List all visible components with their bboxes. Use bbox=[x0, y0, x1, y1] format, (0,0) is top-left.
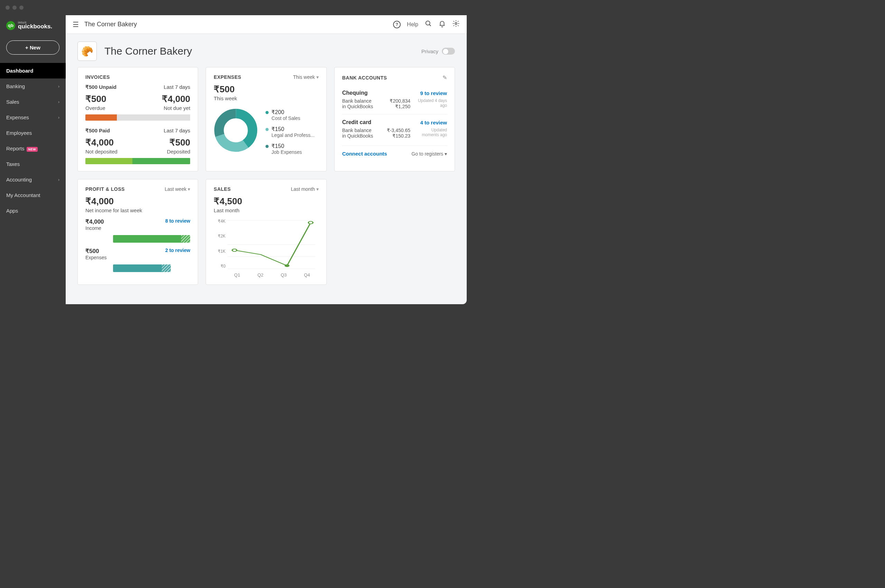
svg-point-2 bbox=[455, 22, 457, 24]
bank-review-link[interactable]: 9 to review bbox=[420, 90, 447, 96]
pl-income-review-link[interactable]: 8 to review bbox=[165, 218, 190, 224]
legend-label: Cost of Sales bbox=[272, 116, 300, 121]
sidebar-item-accounting[interactable]: Accounting› bbox=[0, 172, 66, 188]
pl-expense-amount: ₹500 bbox=[86, 248, 99, 254]
pl-income-label: Income bbox=[86, 225, 190, 231]
window-dot[interactable] bbox=[20, 6, 24, 10]
window-titlebar bbox=[0, 0, 467, 15]
menu-icon[interactable]: ☰ bbox=[73, 20, 79, 29]
search-icon[interactable] bbox=[424, 20, 432, 29]
invoices-card: INVOICES ₹500 Unpaid Last 7 days ₹500 Ov… bbox=[77, 67, 198, 171]
invoices-paid-bar bbox=[86, 158, 190, 164]
sidebar-item-sales[interactable]: Sales› bbox=[0, 94, 66, 110]
legend-item: ₹150Job Expenses bbox=[266, 143, 318, 155]
sidebar-item-label: Dashboard bbox=[6, 68, 33, 74]
bank-accounts-card: BANK ACCOUNTS ✎ Chequing9 to reviewBank … bbox=[334, 67, 455, 171]
pl-net-label: Net income for last week bbox=[86, 207, 190, 213]
sidebar-item-employees[interactable]: Employees bbox=[0, 125, 66, 141]
window-dot[interactable] bbox=[6, 6, 10, 10]
expenses-title: EXPENSES bbox=[214, 74, 241, 80]
sidebar-item-label: Accounting bbox=[6, 177, 32, 183]
bank-title: BANK ACCOUNTS bbox=[342, 75, 387, 81]
pl-expense-review-link[interactable]: 2 to review bbox=[165, 248, 190, 253]
sidebar-item-label: My Accountant bbox=[6, 192, 40, 198]
bank-account-name: Chequing bbox=[342, 90, 368, 96]
settings-icon[interactable] bbox=[452, 20, 460, 29]
privacy-toggle[interactable] bbox=[442, 48, 455, 55]
svg-point-9 bbox=[285, 264, 290, 267]
sales-total-amount: ₹4,500 bbox=[214, 196, 318, 207]
y-tick: ₹1K bbox=[214, 249, 225, 254]
legend-label: Legal and Profess... bbox=[272, 132, 315, 138]
sales-total-label: Last month bbox=[214, 207, 318, 213]
invoices-notdue-amount: ₹4,000 bbox=[162, 94, 190, 104]
invoices-notdep-label: Not deposited bbox=[86, 148, 117, 154]
sidebar-item-expenses[interactable]: Expenses› bbox=[0, 110, 66, 125]
privacy-label: Privacy bbox=[422, 48, 438, 54]
window-dot[interactable] bbox=[12, 6, 16, 10]
profit-loss-card: PROFIT & LOSS Last week ₹4,000 Net incom… bbox=[77, 179, 198, 285]
pl-income-bar bbox=[113, 235, 190, 243]
pl-income-amount: ₹4,000 bbox=[86, 219, 104, 225]
y-tick: ₹0 bbox=[214, 264, 225, 268]
legend-item: ₹150Legal and Profess... bbox=[266, 126, 318, 138]
page-header: 🥐 The Corner Bakery Privacy bbox=[66, 34, 467, 67]
help-label[interactable]: Help bbox=[407, 21, 418, 28]
invoices-paid-summary: ₹500 Paid bbox=[86, 128, 110, 134]
sidebar-item-reports[interactable]: ReportsNEW bbox=[0, 141, 66, 156]
invoices-paid-period: Last 7 days bbox=[164, 128, 190, 134]
pl-period-dropdown[interactable]: Last week bbox=[165, 186, 190, 192]
sidebar-item-apps[interactable]: Apps bbox=[0, 203, 66, 219]
bank-qb-label: in QuickBooks bbox=[342, 104, 373, 109]
y-tick: ₹4K bbox=[214, 219, 225, 224]
expenses-period-dropdown[interactable]: This week bbox=[293, 74, 319, 80]
goto-registers-dropdown[interactable]: Go to registers bbox=[411, 151, 447, 157]
legend-item: ₹200Cost of Sales bbox=[266, 109, 318, 121]
bank-qb-label: in QuickBooks bbox=[342, 133, 373, 139]
sidebar-item-banking[interactable]: Banking› bbox=[0, 78, 66, 94]
edit-icon[interactable]: ✎ bbox=[442, 74, 447, 81]
business-avatar[interactable]: 🥐 bbox=[77, 42, 97, 61]
sidebar-item-my-accountant[interactable]: My Accountant bbox=[0, 188, 66, 203]
chevron-right-icon: › bbox=[58, 177, 60, 182]
sidebar-item-dashboard[interactable]: Dashboard bbox=[0, 63, 66, 78]
sales-title: SALES bbox=[214, 186, 231, 192]
page-title: The Corner Bakery bbox=[104, 45, 192, 57]
sales-line-chart: ₹4K₹2K₹1K₹0 Q1Q2Q bbox=[214, 219, 318, 278]
brand-logo: qb intuit quickbooks. bbox=[0, 18, 66, 37]
bank-balance-label: Bank balance bbox=[342, 98, 373, 104]
bank-balance-label: Bank balance bbox=[342, 128, 373, 133]
x-tick: Q3 bbox=[281, 272, 286, 278]
bank-balance-value: ₹-3,450.65 bbox=[387, 128, 410, 133]
expenses-total-amount: ₹500 bbox=[214, 84, 318, 95]
pl-net-amount: ₹4,000 bbox=[86, 196, 190, 207]
sidebar-item-taxes[interactable]: Taxes bbox=[0, 156, 66, 172]
invoices-overdue-amount: ₹500 bbox=[86, 94, 106, 104]
sidebar-item-label: Expenses bbox=[6, 114, 29, 120]
notifications-icon[interactable] bbox=[438, 20, 446, 29]
sidebar-item-label: Taxes bbox=[6, 161, 20, 167]
svg-point-7 bbox=[224, 118, 248, 142]
expenses-card: EXPENSES This week ₹500 This week bbox=[206, 67, 326, 171]
brand-name: quickbooks. bbox=[18, 23, 52, 30]
invoices-overdue-label: Overdue bbox=[86, 105, 106, 111]
sidebar: qb intuit quickbooks. + New DashboardBan… bbox=[0, 15, 66, 304]
sidebar-item-label: Employees bbox=[6, 130, 32, 136]
new-button[interactable]: + New bbox=[6, 40, 60, 55]
svg-line-1 bbox=[429, 24, 431, 26]
legend-amount: ₹150 bbox=[272, 126, 315, 132]
chevron-right-icon: › bbox=[58, 115, 60, 120]
bank-updated-note: Updated moments ago bbox=[416, 128, 447, 139]
connect-accounts-link[interactable]: Connect accounts bbox=[342, 151, 387, 157]
x-tick: Q1 bbox=[234, 272, 240, 278]
help-icon[interactable]: ? bbox=[393, 21, 400, 28]
legend-dot-icon bbox=[266, 128, 268, 131]
legend-dot-icon bbox=[266, 145, 268, 148]
svg-point-10 bbox=[308, 221, 313, 224]
sales-period-dropdown[interactable]: Last month bbox=[291, 186, 319, 192]
bank-review-link[interactable]: 4 to review bbox=[420, 120, 447, 126]
expenses-total-label: This week bbox=[214, 95, 318, 101]
invoices-dep-label: Deposited bbox=[167, 148, 190, 154]
legend-amount: ₹200 bbox=[272, 109, 300, 116]
y-tick: ₹2K bbox=[214, 234, 225, 238]
